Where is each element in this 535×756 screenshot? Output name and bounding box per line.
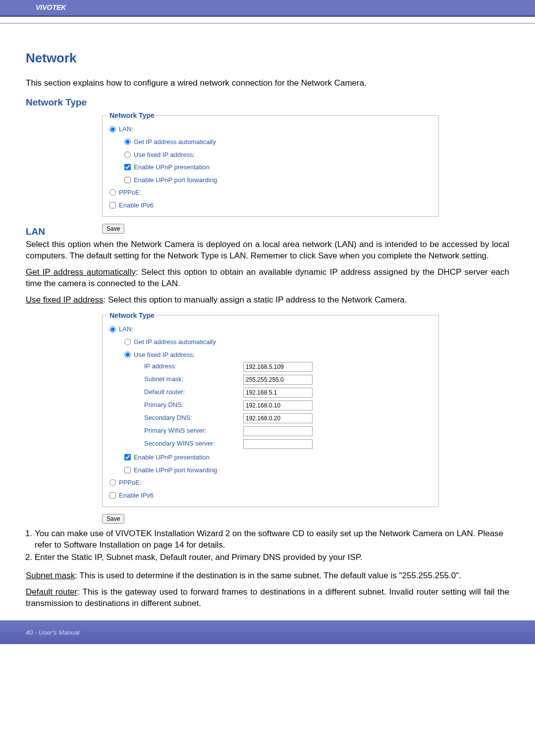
upnp-pres-row: Enable UPnP presentation: [107, 161, 433, 174]
pppoe-label: PPPoE:: [119, 188, 142, 197]
save-button-1[interactable]: Save: [102, 224, 124, 234]
defroute-para: Default router: This is the gateway used…: [26, 587, 509, 609]
use-fixed-para: Use fixed IP address: Select this option…: [26, 295, 509, 306]
subnet-underline: Subnet mask: [26, 571, 75, 580]
subnet-desc: : This is used to determine if the desti…: [75, 571, 461, 580]
use-fixed-label: Use fixed IP address:: [134, 151, 195, 159]
secondary-wins-label: Secondary WINS server:: [144, 439, 243, 449]
network-type-panel-1: Network Type LAN: Get IP address automat…: [102, 111, 439, 217]
lan-label: LAN:: [119, 125, 133, 134]
default-router-field[interactable]: [243, 388, 313, 398]
secondary-dns-label: Secondary DNS:: [144, 413, 243, 423]
upnp-port-checkbox-2[interactable]: [124, 467, 131, 473]
get-ip-label-2: Get IP address automatically: [134, 338, 216, 347]
ip-address-field[interactable]: [243, 362, 313, 372]
upnp-pres-checkbox[interactable]: [124, 164, 131, 170]
lan-label-2: LAN:: [119, 325, 133, 334]
primary-wins-label: Primary WINS server:: [144, 426, 243, 436]
use-fixed-underline: Use fixed IP address: [26, 295, 104, 304]
get-ip-radio[interactable]: [124, 139, 131, 145]
default-router-label: Default router:: [144, 388, 243, 398]
get-ip-radio-2[interactable]: [124, 339, 131, 345]
lan-heading: LAN: [26, 225, 509, 238]
footer-page: 40 - User's Manual: [26, 629, 80, 636]
upnp-port-row-2: Enable UPnP port forwarding: [107, 464, 433, 477]
secondary-dns-field[interactable]: [243, 413, 313, 423]
primary-wins-field[interactable]: [243, 426, 313, 436]
get-ip-row: Get IP address automatically: [107, 136, 433, 149]
pppoe-label-2: PPPoE:: [119, 478, 142, 487]
primary-dns-field[interactable]: [243, 401, 313, 410]
subnet-mask-label: Subnet mask:: [144, 375, 243, 385]
upnp-pres-label: Enable UPnP presentation: [134, 163, 210, 172]
lan-radio[interactable]: [109, 126, 116, 133]
note-2: Enter the Static IP, Subnet mask, Defaul…: [35, 552, 509, 563]
section-title: Network: [26, 50, 509, 67]
upnp-port-checkbox[interactable]: [124, 177, 131, 183]
ip-grid: IP address: Subnet mask: Default router:…: [107, 362, 433, 449]
lan-para-text: Select this option when the Network Came…: [26, 240, 509, 260]
lan-radio-2[interactable]: [109, 326, 116, 333]
subnet-para: Subnet mask: This is used to determine i…: [26, 570, 509, 582]
use-fixed-label-2: Use fixed IP address:: [134, 351, 195, 359]
use-fixed-desc: : Select this option to manually assign …: [104, 295, 407, 304]
secondary-wins-field[interactable]: [243, 439, 313, 449]
panel1-legend: Network Type: [107, 111, 157, 120]
upnp-pres-checkbox-2[interactable]: [124, 454, 131, 460]
lan-paragraph: Select this option when the Network Came…: [26, 239, 509, 262]
upnp-port-label-2: Enable UPnP port forwarding: [134, 466, 217, 475]
ipv6-label-2: Enable IPv6: [119, 491, 154, 500]
pppoe-row-2: PPPoE:: [107, 476, 433, 489]
pppoe-radio-2[interactable]: [109, 479, 116, 486]
ipv6-checkbox-2[interactable]: [109, 492, 116, 499]
pppoe-row: PPPoE:: [107, 186, 433, 199]
ipv6-label: Enable IPv6: [119, 201, 154, 210]
get-ip-label: Get IP address automatically: [134, 138, 216, 147]
get-ip-row-2: Get IP address automatically: [107, 336, 433, 349]
lan-radio-row: LAN:: [107, 123, 433, 136]
panel2-legend: Network Type: [107, 311, 157, 320]
upnp-port-row: Enable UPnP port forwarding: [107, 174, 433, 187]
notes-list: You can make use of VIVOTEK Installation…: [35, 528, 509, 563]
ipv6-row: Enable IPv6: [107, 199, 433, 212]
upnp-pres-label-2: Enable UPnP presentation: [134, 453, 210, 462]
ipv6-row-2: Enable IPv6: [107, 489, 433, 502]
footer: 40 - User's Manual: [0, 620, 535, 644]
get-ip-underline: Get IP address automatically: [26, 267, 136, 277]
upnp-pres-row-2: Enable UPnP presentation: [107, 451, 433, 464]
network-type-heading: Network Type: [26, 96, 509, 109]
lan-radio-row-2: LAN:: [107, 323, 433, 336]
save-button-2[interactable]: Save: [102, 514, 124, 524]
ipv6-checkbox[interactable]: [109, 202, 116, 208]
upnp-port-label: Enable UPnP port forwarding: [134, 176, 217, 185]
section-intro: This section explains how to configure a…: [26, 78, 509, 89]
primary-dns-label: Primary DNS:: [144, 401, 243, 410]
use-fixed-row-2: Use fixed IP address:: [107, 349, 433, 361]
note-1: You can make use of VIVOTEK Installation…: [35, 528, 509, 551]
pppoe-radio[interactable]: [109, 189, 116, 196]
network-type-panel-2: Network Type LAN: Get IP address automat…: [102, 311, 439, 507]
defroute-underline: Default router: [26, 587, 77, 597]
header-brand: VIVOTEK: [0, 0, 535, 17]
subnet-mask-field[interactable]: [243, 375, 313, 385]
ip-address-label: IP address:: [144, 362, 243, 372]
page-content: Network This section explains how to con…: [0, 24, 535, 609]
get-ip-para: Get IP address automatically: Select thi…: [26, 267, 509, 290]
defroute-desc: : This is the gateway used to forward fr…: [26, 587, 509, 608]
use-fixed-row: Use fixed IP address:: [107, 149, 433, 161]
use-fixed-radio[interactable]: [124, 151, 131, 158]
use-fixed-radio-2[interactable]: [124, 352, 131, 358]
